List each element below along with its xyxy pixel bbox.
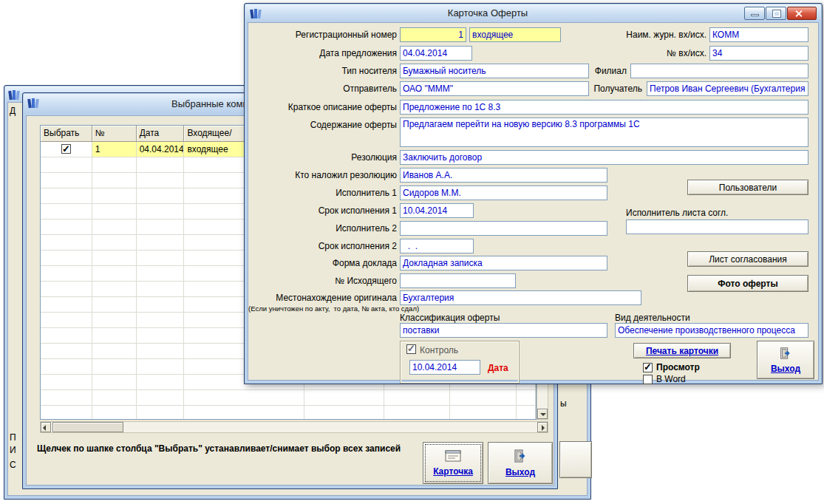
app-icon — [8, 89, 21, 103]
journal-name-field[interactable]: КОММ — [709, 27, 808, 42]
bg-label-fragment: П — [10, 432, 16, 443]
close-button[interactable] — [787, 7, 817, 20]
photo-button[interactable]: Фото оферты — [687, 275, 808, 292]
header-number[interactable]: № — [92, 126, 137, 142]
scroll-left-button[interactable] — [41, 422, 51, 432]
label-agreement-executor: Исполнитель листа согл. — [626, 208, 728, 218]
classification-field[interactable]: поставки — [400, 323, 607, 338]
label-sender: Отправитель — [248, 84, 397, 94]
row-checkbox-cell[interactable]: ✓ — [41, 142, 92, 157]
label-journal-name: Наим. журн. вх/исх. — [596, 30, 706, 40]
original-location-field[interactable]: Бухгалтерия — [400, 290, 641, 305]
checkmark-icon: ✓ — [644, 361, 652, 372]
label-classification: Классификация оферты — [400, 313, 500, 323]
bg-label-fragment: ы — [560, 398, 567, 409]
reg-number-field[interactable]: 1 — [400, 27, 466, 42]
maximize-button[interactable] — [766, 7, 786, 20]
print-card-button[interactable]: Печать карточки — [633, 343, 731, 358]
horizontal-scroll-thumb[interactable] — [52, 422, 123, 432]
label-content: Содержание оферты — [248, 120, 397, 130]
label-deadline2: Срок исполнения 2 — [248, 241, 397, 251]
control-groupbox: ✓ Контроль 10.04.2014 Дата — [400, 341, 520, 384]
outgoing-number-field[interactable] — [400, 273, 516, 288]
activity-kind-field[interactable]: Обеспечение производственного процесса — [615, 323, 808, 338]
label-report-form: Форма доклада — [248, 258, 397, 268]
branch-field[interactable] — [630, 64, 808, 78]
label-media-type: Тип носителя — [248, 66, 397, 76]
word-checkbox[interactable] — [643, 375, 653, 384]
preview-option[interactable]: ✓ Просмотр — [643, 362, 700, 372]
arrow-down-icon — [540, 413, 546, 416]
select-all-hint: Щелчек по шапке столбца "Выбрать" устана… — [37, 443, 401, 454]
content-field[interactable]: Предлагаем перейти на новую версию 8.3 п… — [400, 118, 808, 147]
recipient-field[interactable]: Петров Иван Сергеевич (Бухгалтерия — [647, 81, 808, 96]
scroll-down-button[interactable] — [537, 409, 548, 419]
checkmark-icon: ✓ — [62, 142, 70, 157]
row-checkbox[interactable]: ✓ — [61, 144, 71, 154]
bg-label-fragment: С — [10, 460, 16, 470]
label-deadline1: Срок исполнения 1 — [248, 205, 397, 216]
card-window-titlebar[interactable]: Карточка Оферты — [245, 4, 821, 22]
arrow-right-icon — [542, 425, 545, 431]
header-date[interactable]: Дата — [137, 126, 185, 142]
exit-door-icon — [513, 449, 528, 466]
card-icon — [445, 449, 461, 465]
card-window-content: Регистрационный номер Дата предложения Т… — [248, 22, 819, 381]
agreement-executor-field[interactable] — [626, 219, 808, 234]
label-short-desc: Краткое описание оферты — [248, 102, 397, 112]
label-activity-kind: Вид деятельности — [615, 313, 690, 323]
direction-field[interactable]: входящее — [469, 27, 561, 42]
card-window-title: Карточка Оферты — [245, 7, 730, 18]
deadline2-field[interactable]: . . — [400, 239, 474, 253]
label-branch: Филиал — [529, 66, 627, 76]
table-row[interactable] — [41, 406, 536, 420]
label-resolution-author: Кто наложил резолюцию — [248, 170, 397, 180]
incoming-number-field[interactable]: 34 — [709, 46, 808, 61]
report-form-field[interactable]: Докладная записка — [400, 256, 607, 270]
arrow-left-icon — [43, 425, 46, 431]
list-window-title: Выбранные комм — [171, 98, 249, 109]
executor1-field[interactable]: Сидоров М.М. — [400, 185, 607, 200]
table-row[interactable] — [41, 390, 536, 406]
executor2-field[interactable] — [400, 221, 607, 236]
label-outgoing-number: № Исходящего — [248, 276, 397, 286]
scroll-right-button[interactable] — [537, 422, 548, 432]
destroyed-note: (Если уничтожен по акту, то дата, № акта… — [248, 304, 397, 313]
exit-door-icon — [778, 347, 793, 362]
label-incoming-number: № вх/исх. — [596, 48, 706, 58]
minimize-icon — [751, 14, 759, 16]
label-executor1: Исполнитель 1 — [248, 188, 397, 198]
exit-button[interactable]: Выход — [488, 442, 553, 484]
short-desc-field[interactable]: Предложение по 1С 8.3 — [400, 100, 808, 115]
preview-checkbox[interactable]: ✓ — [643, 363, 653, 372]
control-date-label: Дата — [488, 363, 508, 373]
card-button[interactable]: Карточка — [423, 442, 483, 484]
window-controls — [744, 7, 817, 20]
label-offer-date: Дата предложения — [248, 48, 397, 58]
agreement-sheet-button[interactable]: Лист согласования — [687, 251, 808, 267]
label-reg-number: Регистрационный номер — [248, 30, 397, 40]
card-button-label: Карточка — [433, 466, 473, 477]
word-option[interactable]: В Word — [643, 374, 686, 384]
desktop: Д П И С ы Выбранные комм Выбрать № Дата … — [0, 0, 824, 504]
card-exit-button[interactable]: Выход — [757, 341, 814, 379]
app-icon — [27, 97, 40, 112]
card-exit-button-label: Выход — [771, 364, 800, 374]
row-date-cell[interactable]: 04.04.2014 — [137, 142, 185, 157]
resolution-field[interactable]: Заключить договор — [400, 150, 808, 165]
control-checkbox-label: Контроль — [420, 345, 458, 355]
control-date-field[interactable]: 10.04.2014 — [409, 360, 480, 375]
background-button-fragment[interactable] — [559, 441, 592, 478]
header-select[interactable]: Выбрать — [41, 126, 92, 142]
preview-label: Просмотр — [656, 362, 700, 372]
offer-date-field[interactable]: 04.04.2014 — [400, 46, 472, 61]
control-checkbox[interactable]: ✓ — [406, 344, 416, 354]
minimize-button[interactable] — [744, 7, 765, 20]
row-number-cell[interactable]: 1 — [92, 142, 137, 157]
resolution-author-field[interactable]: Иванов А.А. — [400, 168, 607, 183]
users-button[interactable]: Пользователи — [687, 180, 808, 195]
label-original-location: Местонахождение оригинала — [248, 293, 397, 303]
horizontal-scrollbar[interactable] — [40, 421, 548, 433]
card-window: Карточка Оферты Регистрационный номер Да… — [244, 3, 823, 384]
deadline1-field[interactable]: 10.04.2014 — [400, 203, 474, 218]
